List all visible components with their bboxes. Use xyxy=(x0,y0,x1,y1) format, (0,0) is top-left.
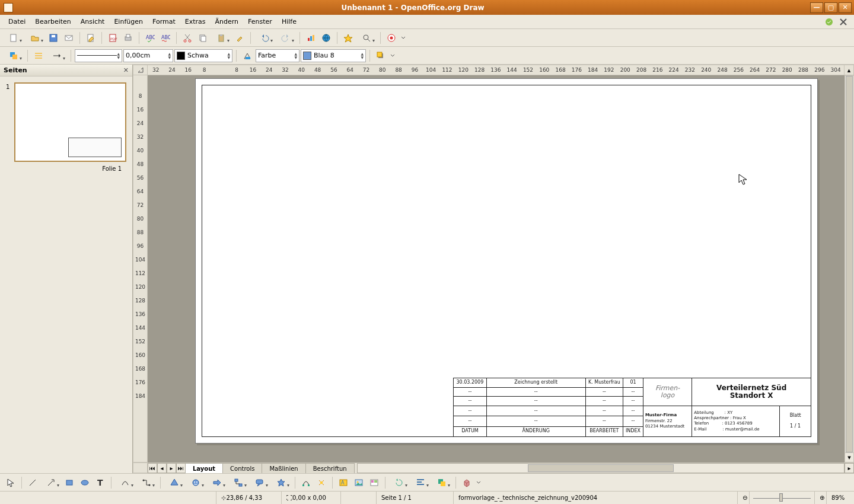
drawing-page[interactable]: 30.03.2009 Zeichnung erstellt K. Musterf… xyxy=(195,78,818,444)
svg-rect-20 xyxy=(313,35,314,41)
align-tool[interactable] xyxy=(410,476,431,490)
tab-masslinien[interactable]: Maßlinien xyxy=(262,463,305,473)
horizontal-scrollbar[interactable] xyxy=(357,463,845,473)
fontwork-tool[interactable]: A xyxy=(336,476,350,490)
text-tool[interactable]: T xyxy=(93,476,107,490)
svg-point-0 xyxy=(826,18,833,25)
menu-hilfe[interactable]: Hilfe xyxy=(277,16,301,27)
page-thumbnail[interactable] xyxy=(14,82,126,162)
ellipse-tool[interactable] xyxy=(78,476,92,490)
fill-mode-combo[interactable]: Farbe▲▼ xyxy=(256,49,299,62)
svg-rect-15 xyxy=(201,36,206,42)
rotate-tool[interactable] xyxy=(389,476,409,490)
edit-points-tool[interactable] xyxy=(299,476,313,490)
arrange2-tool[interactable] xyxy=(432,476,452,490)
menu-format[interactable]: Format xyxy=(148,16,180,27)
title-block[interactable]: 30.03.2009 Zeichnung erstellt K. Musterf… xyxy=(453,378,811,437)
tab-nav-last[interactable]: ⏭ xyxy=(176,463,186,473)
navigator-button[interactable] xyxy=(341,31,355,45)
format-paintbrush-button[interactable] xyxy=(232,31,247,45)
rectangle-tool[interactable] xyxy=(62,476,77,490)
scroll-right-button[interactable]: ▸ xyxy=(845,463,854,473)
spellcheck-button[interactable]: ABC xyxy=(143,31,157,45)
page-thumb-caption: Folie 1 xyxy=(6,165,126,172)
paste-button[interactable] xyxy=(211,31,231,45)
copy-button[interactable] xyxy=(196,31,210,45)
mail-button[interactable] xyxy=(62,31,76,45)
tab-beschriftung[interactable]: Beschriftun xyxy=(305,463,355,473)
arrow-style-button[interactable] xyxy=(47,49,67,63)
menu-ansicht[interactable]: Ansicht xyxy=(76,16,110,27)
tab-layout[interactable]: Layout xyxy=(185,463,223,473)
drawing-overflow-button[interactable] xyxy=(475,476,482,490)
tab-nav-next[interactable]: ▸ xyxy=(167,463,176,473)
zoom-button[interactable] xyxy=(356,31,377,45)
line-width-input[interactable]: 0,00cm▲▼ xyxy=(123,49,173,62)
chart-button[interactable] xyxy=(304,31,318,45)
edit-file-button[interactable] xyxy=(84,31,98,45)
vertical-scrollbar[interactable]: ▾ xyxy=(845,75,854,462)
fill-color-combo[interactable]: Blau 8▲▼ xyxy=(301,49,366,62)
redo-button[interactable] xyxy=(276,31,296,45)
line-arrow-tool[interactable] xyxy=(41,476,61,490)
zoom-slider[interactable] xyxy=(750,492,815,504)
area-icon[interactable] xyxy=(240,49,254,63)
tab-nav-first[interactable]: ⏮ xyxy=(148,463,157,473)
pages-panel-close-icon[interactable]: ✕ xyxy=(123,66,129,74)
canvas[interactable]: 30.03.2009 Zeichnung erstellt K. Musterf… xyxy=(148,75,845,462)
line-style-combo[interactable]: ▲▼ xyxy=(75,49,122,62)
update-icon[interactable] xyxy=(824,17,834,27)
menu-fenster[interactable]: Fenster xyxy=(243,16,277,27)
menu-aendern[interactable]: Ändern xyxy=(211,16,244,27)
block-arrows-tool[interactable] xyxy=(207,476,227,490)
maximize-button[interactable]: ▢ xyxy=(824,2,837,13)
menu-einfuegen[interactable]: Einfügen xyxy=(109,16,148,27)
zoom-in-button[interactable]: ⊕ xyxy=(815,492,827,504)
close-doc-icon[interactable] xyxy=(839,17,848,27)
menu-datei[interactable]: Datei xyxy=(4,16,30,27)
line-tool[interactable] xyxy=(26,476,40,490)
from-file-tool[interactable] xyxy=(352,476,366,490)
flowchart-tool[interactable] xyxy=(228,476,248,490)
print-button[interactable] xyxy=(121,31,135,45)
menu-extras[interactable]: Extras xyxy=(180,16,211,27)
menu-bearbeiten[interactable]: Bearbeiten xyxy=(30,16,75,27)
stars-tool[interactable] xyxy=(271,476,291,490)
toolbar2-overflow-button[interactable] xyxy=(389,49,396,63)
export-pdf-button[interactable]: PDF xyxy=(106,31,120,45)
select-tool[interactable] xyxy=(4,476,18,490)
open-button[interactable] xyxy=(25,31,45,45)
save-button[interactable] xyxy=(46,31,60,45)
close-button[interactable]: ✕ xyxy=(839,2,852,13)
svg-rect-31 xyxy=(66,480,72,485)
extrusion-tool[interactable] xyxy=(460,476,474,490)
autospell-button[interactable]: ABC xyxy=(158,31,173,45)
ruler-corner[interactable] xyxy=(133,65,148,75)
minimize-button[interactable]: — xyxy=(810,2,823,13)
line-color-combo[interactable]: Schwa▲▼ xyxy=(174,49,232,62)
undo-button[interactable] xyxy=(254,31,275,45)
help-button[interactable] xyxy=(384,31,399,45)
pages-panel-title: Seiten xyxy=(4,66,27,74)
shadow-button[interactable] xyxy=(374,49,388,63)
zoom-out-button[interactable]: ⊖ xyxy=(738,492,750,504)
gallery-tool[interactable] xyxy=(367,476,381,490)
line-style-icon[interactable] xyxy=(31,49,46,63)
vertical-ruler[interactable]: 8162432404856647280889610411212012813614… xyxy=(133,75,148,462)
status-zoom[interactable]: 89% xyxy=(827,492,854,504)
gluepoints-tool[interactable] xyxy=(314,476,329,490)
new-button[interactable] xyxy=(4,31,24,45)
connector-tool[interactable] xyxy=(136,476,157,490)
toolbar-overflow-button[interactable] xyxy=(400,31,407,45)
arrange-button[interactable] xyxy=(4,49,24,63)
basic-shapes-tool[interactable] xyxy=(164,476,184,490)
tab-nav-prev[interactable]: ◂ xyxy=(157,463,167,473)
hyperlink-button[interactable] xyxy=(319,31,333,45)
symbol-shapes-tool[interactable] xyxy=(186,476,206,490)
cut-button[interactable] xyxy=(180,31,195,45)
callouts-tool[interactable] xyxy=(250,476,270,490)
curve-tool[interactable] xyxy=(115,476,135,490)
horizontal-ruler[interactable]: 3224168816243240485664728088961041121201… xyxy=(148,65,845,75)
scroll-up-button[interactable]: ▴ xyxy=(845,65,854,75)
tab-controls[interactable]: Controls xyxy=(222,463,262,473)
